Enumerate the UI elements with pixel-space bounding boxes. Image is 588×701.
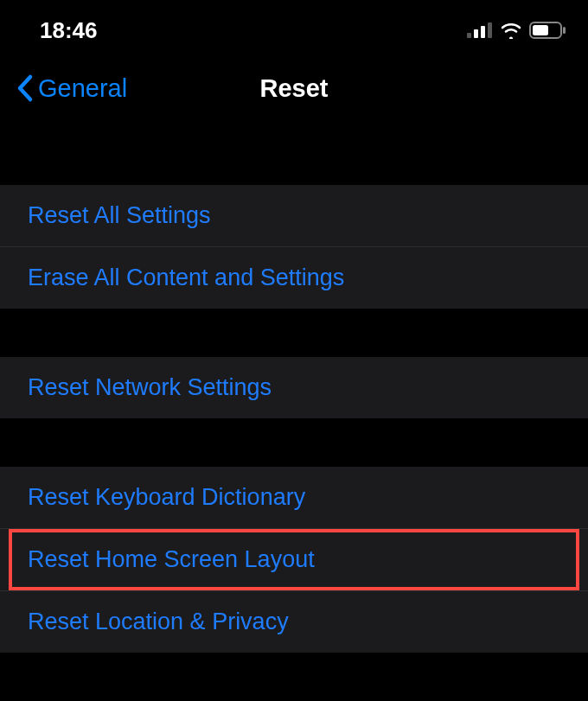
svg-rect-2 bbox=[481, 26, 485, 38]
content: Reset All Settings Erase All Content and… bbox=[0, 123, 588, 653]
group-other-reset: Reset Keyboard Dictionary Reset Home Scr… bbox=[0, 467, 588, 653]
svg-rect-1 bbox=[474, 29, 478, 38]
wifi-icon bbox=[500, 22, 522, 39]
group-network: Reset Network Settings bbox=[0, 357, 588, 418]
reset-network-settings-row[interactable]: Reset Network Settings bbox=[0, 357, 588, 418]
cellular-icon bbox=[467, 22, 493, 38]
row-label: Reset All Settings bbox=[28, 202, 211, 228]
svg-rect-5 bbox=[533, 25, 548, 35]
group-general-reset: Reset All Settings Erase All Content and… bbox=[0, 185, 588, 309]
row-label: Reset Keyboard Dictionary bbox=[28, 484, 305, 510]
back-button[interactable]: General bbox=[16, 73, 127, 103]
battery-icon bbox=[529, 22, 566, 39]
page-title: Reset bbox=[260, 74, 329, 103]
status-time: 18:46 bbox=[40, 17, 98, 44]
spacer bbox=[0, 418, 588, 467]
reset-all-settings-row[interactable]: Reset All Settings bbox=[0, 185, 588, 246]
row-label: Reset Location & Privacy bbox=[28, 609, 289, 634]
row-label: Reset Home Screen Layout bbox=[28, 546, 315, 572]
reset-location-privacy-row[interactable]: Reset Location & Privacy bbox=[0, 590, 588, 653]
chevron-left-icon bbox=[16, 73, 35, 103]
svg-rect-3 bbox=[488, 22, 492, 38]
reset-home-screen-layout-row[interactable]: Reset Home Screen Layout bbox=[0, 528, 588, 590]
nav-bar: General Reset bbox=[0, 54, 588, 123]
svg-rect-0 bbox=[467, 33, 471, 38]
erase-all-content-row[interactable]: Erase All Content and Settings bbox=[0, 246, 588, 309]
svg-rect-6 bbox=[563, 27, 566, 34]
back-label: General bbox=[38, 74, 127, 103]
row-label: Reset Network Settings bbox=[28, 374, 272, 400]
reset-keyboard-dictionary-row[interactable]: Reset Keyboard Dictionary bbox=[0, 467, 588, 528]
spacer bbox=[0, 309, 588, 357]
status-bar: 18:46 bbox=[0, 0, 588, 54]
spacer bbox=[0, 137, 588, 185]
status-icons bbox=[467, 22, 566, 39]
row-label: Erase All Content and Settings bbox=[28, 264, 344, 290]
